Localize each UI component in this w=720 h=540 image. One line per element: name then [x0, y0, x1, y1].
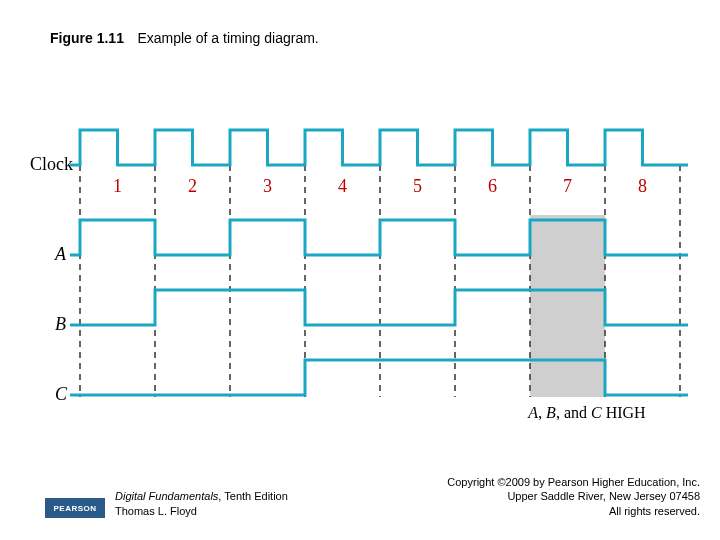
book-info: Digital Fundamentals, Tenth Edition Thom…: [115, 489, 288, 518]
timing-diagram: Clock A B C 1 2 3 4 5 6 7 8: [30, 100, 690, 420]
figure-text: Example of a timing diagram.: [137, 30, 318, 46]
figure-label: Figure 1.11: [50, 30, 124, 46]
book-edition: , Tenth Edition: [218, 490, 288, 502]
period-3: 3: [263, 176, 272, 196]
book-title: Digital Fundamentals: [115, 490, 218, 502]
copyright: Copyright ©2009 by Pearson Higher Educat…: [447, 475, 700, 518]
period-4: 4: [338, 176, 347, 196]
period-5: 5: [413, 176, 422, 196]
book-author: Thomas L. Floyd: [115, 504, 288, 518]
copyright-line-1: Copyright ©2009 by Pearson Higher Educat…: [447, 475, 700, 489]
copyright-line-2: Upper Saddle River, New Jersey 07458: [447, 489, 700, 503]
label-clock: Clock: [30, 154, 73, 174]
highlight-annotation: A, B, and C HIGH: [527, 404, 646, 420]
period-1: 1: [113, 176, 122, 196]
pearson-logo: PEARSON: [45, 498, 105, 518]
period-2: 2: [188, 176, 197, 196]
period-8: 8: [638, 176, 647, 196]
label-b: B: [55, 314, 66, 334]
highlight-band: [530, 215, 605, 397]
clock-waveform: [70, 130, 688, 165]
copyright-line-3: All rights reserved.: [447, 504, 700, 518]
period-6: 6: [488, 176, 497, 196]
label-c: C: [55, 384, 68, 404]
period-7: 7: [563, 176, 572, 196]
figure-caption: Figure 1.11 Example of a timing diagram.: [50, 30, 319, 47]
label-a: A: [54, 244, 67, 264]
